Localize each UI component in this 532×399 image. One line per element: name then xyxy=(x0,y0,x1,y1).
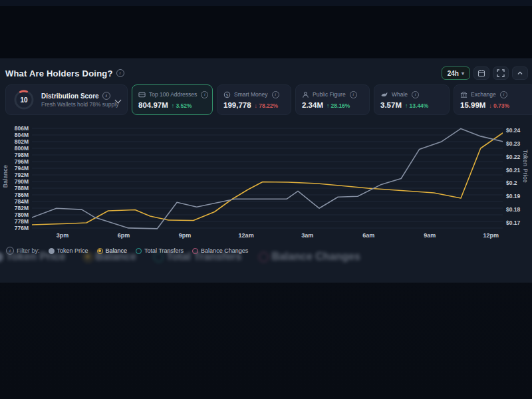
x-axis-label: 6am xyxy=(354,232,383,239)
fullscreen-button[interactable] xyxy=(493,66,509,80)
card-top-100-addresses[interactable]: Top 100 Addressesi804.97M↑ 3.52% xyxy=(132,84,213,115)
card-label-row: Exchangei xyxy=(460,91,529,98)
left-axis-tick: 806M xyxy=(0,125,29,132)
filter-option-label: Total Transfers xyxy=(144,247,184,254)
info-icon[interactable]: i xyxy=(272,91,279,98)
filter-by-label: Filter by: xyxy=(17,247,40,254)
filter-option-label: Token Price xyxy=(57,247,88,254)
left-axis-tick: 786M xyxy=(0,192,29,198)
expand-icon xyxy=(497,69,505,77)
page-top-strip xyxy=(0,0,532,6)
left-axis-tick: 780M xyxy=(0,211,29,218)
card-label: Whale xyxy=(392,91,408,98)
card-value-row: 804.97M↑ 3.52% xyxy=(138,101,206,109)
x-axis-label: 12pm xyxy=(476,232,505,239)
right-axis-tick: $0.2 xyxy=(506,180,531,186)
left-axis-tick: 778M xyxy=(0,218,29,225)
distribution-gauge: 10 xyxy=(13,88,35,111)
card-value: 2.34M xyxy=(302,101,323,109)
filter-option-balance-changes[interactable]: Balance Changes xyxy=(192,247,248,254)
card-value: 199,778 xyxy=(223,101,251,109)
card-label-row: Top 100 Addressesi xyxy=(138,91,206,98)
info-icon[interactable]: i xyxy=(412,91,419,98)
distribution-subtitle: Fresh Wallets hold 78% supply xyxy=(41,101,110,108)
holders-chart xyxy=(32,123,503,231)
svg-text:$: $ xyxy=(226,92,229,96)
chevron-up-icon xyxy=(516,69,524,77)
card-label-row: $Smart Moneyi xyxy=(223,91,285,98)
card-label: Top 100 Addresses xyxy=(149,91,197,98)
x-axis-label: 6pm xyxy=(109,232,138,239)
info-icon[interactable]: i xyxy=(500,91,507,98)
card-whale[interactable]: Whalei3.57M↑ 13.44% xyxy=(374,84,450,115)
panel-header: What Are Holders Doing? i 24h ▾ xyxy=(5,66,528,80)
radio-icon-token-price xyxy=(0,252,3,262)
coin-icon: $ xyxy=(223,91,231,98)
x-axis-label: 9pm xyxy=(170,232,200,239)
chevron-down-icon: ▾ xyxy=(462,70,464,76)
ghost-option-label: Balance Changes xyxy=(271,251,360,263)
card-exchange[interactable]: Exchangei15.99M↓ 0.73% xyxy=(454,84,532,115)
left-axis-tick: 802M xyxy=(0,138,29,145)
radio-icon-balance-changes xyxy=(259,252,269,262)
left-axis-tick: 782M xyxy=(0,205,29,211)
distribution-title: Distribution Score xyxy=(41,92,99,100)
card-change: ↑ 13.44% xyxy=(405,102,428,109)
x-axis-label: 3am xyxy=(293,232,322,239)
x-axis-label: 12am xyxy=(231,232,261,239)
info-icon[interactable]: i xyxy=(350,91,357,98)
info-icon[interactable]: i xyxy=(6,247,14,255)
card-change: ↓ 78.22% xyxy=(255,102,278,109)
card-value: 15.99M xyxy=(460,101,485,109)
x-axis-label: 3pm xyxy=(48,232,77,239)
left-axis-tick: 776M xyxy=(0,225,29,231)
card-label-row: Whalei xyxy=(380,91,443,98)
right-axis-tick: $0.24 xyxy=(506,127,531,134)
card-value-row: 2.34M↑ 28.16% xyxy=(302,101,363,109)
calendar-button[interactable] xyxy=(473,66,489,80)
ghost-option-balance-changes: Balance Changes xyxy=(259,251,360,263)
left-axis-tick: 790M xyxy=(0,178,29,185)
card-label: Smart Money xyxy=(234,91,268,98)
filter-option-token-price[interactable]: Token Price xyxy=(49,247,88,254)
card-public-figure[interactable]: Public Figurei2.34M↑ 28.16% xyxy=(295,84,370,115)
filter-option-total-transfers[interactable]: Total Transfers xyxy=(136,247,184,254)
left-axis-tick: 792M xyxy=(0,172,29,178)
card-smart-money[interactable]: $Smart Moneyi199,778↓ 78.22% xyxy=(217,84,291,115)
info-icon[interactable]: i xyxy=(102,92,110,100)
card-value-row: 199,778↓ 78.22% xyxy=(223,101,285,109)
filter-option-label: Balance Changes xyxy=(201,247,248,254)
card-change: ↓ 0.73% xyxy=(489,102,509,109)
page-top-band xyxy=(0,6,532,59)
holders-panel: What Are Holders Doing? i 24h ▾ xyxy=(0,59,532,283)
card-value-row: 15.99M↓ 0.73% xyxy=(460,101,529,109)
balance-line xyxy=(32,133,503,225)
radio-icon-balance-changes xyxy=(192,248,198,254)
metric-cards-row: 10 Distribution Score i Fresh Wallets ho… xyxy=(5,84,532,115)
calendar-icon xyxy=(477,69,485,77)
x-axis-label: 9am xyxy=(415,232,444,239)
left-axis-tick: 796M xyxy=(0,158,29,165)
filter-option-balance[interactable]: Balance xyxy=(97,247,128,254)
info-icon[interactable]: i xyxy=(116,69,124,77)
panel-title: What Are Holders Doing? xyxy=(5,68,113,78)
left-axis-tick: 784M xyxy=(0,198,29,205)
card-label: Public Figure xyxy=(313,91,346,98)
left-axis-tick: 800M xyxy=(0,145,29,152)
radio-icon-balance xyxy=(97,248,103,254)
radio-icon-token-price xyxy=(49,248,55,254)
bank-icon xyxy=(460,91,467,98)
right-axis-tick: $0.22 xyxy=(506,154,531,160)
timeframe-label: 24h xyxy=(448,70,459,77)
card-value: 3.57M xyxy=(380,101,402,109)
timeframe-button[interactable]: 24h ▾ xyxy=(442,66,470,80)
left-axis-tick: 798M xyxy=(0,152,29,158)
radio-icon-total-transfers xyxy=(136,248,142,254)
distribution-score-card[interactable]: 10 Distribution Score i Fresh Wallets ho… xyxy=(5,84,128,115)
collapse-button[interactable] xyxy=(512,66,528,80)
header-controls: 24h ▾ xyxy=(442,66,528,80)
left-axis-tick: 794M xyxy=(0,165,29,172)
card-icon xyxy=(138,91,146,98)
info-icon[interactable]: i xyxy=(201,91,208,98)
right-axis-tick: $0.17 xyxy=(506,219,531,226)
